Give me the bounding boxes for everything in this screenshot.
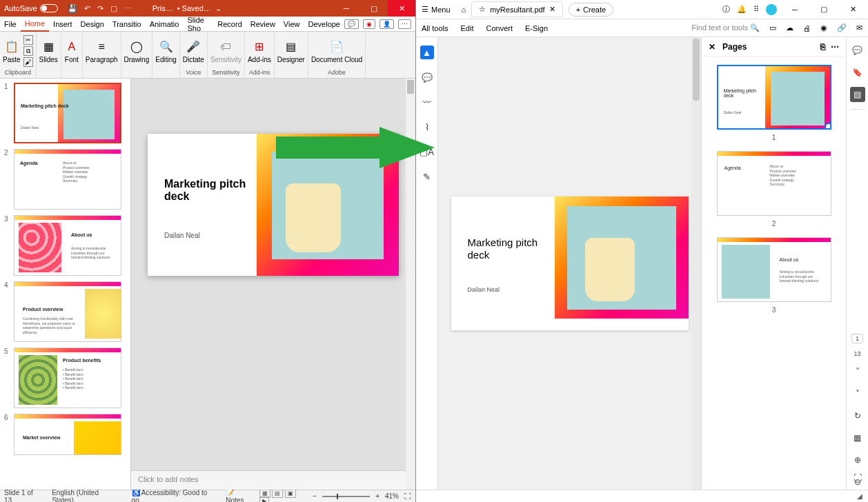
edit-tab[interactable]: Edit	[461, 24, 474, 32]
tab-review[interactable]: Review	[246, 17, 279, 31]
zoom-in-icon[interactable]: ⊕	[850, 452, 865, 468]
page-thumb-3[interactable]: About us Aiming to revolutionize industr…	[717, 237, 831, 302]
zoom-in-icon[interactable]: +	[375, 492, 379, 500]
thumb-slide-1[interactable]: 1 Marketing pitch deck Dailan Neal	[4, 83, 126, 143]
sign-tool[interactable]: ✎	[420, 170, 434, 183]
link-icon[interactable]: 🔗	[837, 23, 847, 32]
all-tools-tab[interactable]: All tools	[422, 24, 448, 32]
comments-icon[interactable]: 💬	[344, 19, 359, 29]
cut-icon[interactable]: ✂	[23, 35, 33, 45]
reading-view-icon[interactable]: ▣	[285, 489, 296, 498]
dictate-button[interactable]: 🎤Dictate	[183, 39, 204, 63]
addins-button[interactable]: ⊞Add-ins	[248, 39, 271, 63]
copy-icon[interactable]: ⧉	[23, 46, 33, 56]
thumb-slide-2[interactable]: 2 Agenda About us Product overview Marke…	[4, 149, 126, 210]
notes-pane[interactable]: Click to add notes	[131, 470, 415, 490]
esign-tab[interactable]: E-Sign	[525, 24, 548, 32]
close-button[interactable]: ✕	[842, 5, 864, 14]
font-button[interactable]: AFont	[64, 39, 79, 63]
tab-file[interactable]: File	[0, 17, 21, 31]
avatar[interactable]	[766, 4, 777, 15]
document-tab[interactable]: ☆ myResultant.pdf ✕	[471, 1, 562, 17]
print-icon[interactable]: 🖨	[803, 24, 811, 32]
more-options-icon[interactable]: ⋯	[398, 19, 411, 29]
designer-button[interactable]: ▤Designer	[277, 39, 305, 63]
tab-insert[interactable]: Insert	[49, 17, 77, 31]
tab-home[interactable]: Home	[21, 17, 49, 32]
zoom-level[interactable]: 41%	[385, 492, 399, 500]
close-button[interactable]: ✕	[388, 0, 415, 17]
slide-thumbnails[interactable]: 1 Marketing pitch deck Dailan Neal 2 Age…	[0, 79, 131, 490]
slide-indicator[interactable]: Slide 1 of 13	[4, 489, 42, 503]
pdf-view[interactable]: Marketing pitch deck Dailan Neal	[438, 37, 701, 490]
tab-developer[interactable]: Develope	[304, 17, 344, 31]
autosave-toggle[interactable]: AutoSave	[4, 4, 58, 12]
redo-icon[interactable]: ↷	[97, 4, 103, 13]
layout-icon[interactable]: ▦	[850, 430, 865, 445]
format-painter-icon[interactable]: 🖌	[23, 57, 33, 67]
fit-icon[interactable]: ⛶	[404, 492, 411, 500]
page-down-icon[interactable]: ˅	[850, 386, 865, 401]
new-page-icon[interactable]: ⎘	[820, 42, 825, 52]
zoom-slider[interactable]	[322, 496, 370, 497]
editing-button[interactable]: 🔍Editing	[155, 39, 177, 63]
maximize-button[interactable]: ▢	[360, 0, 388, 17]
fullscreen-icon[interactable]: ⛶	[850, 470, 865, 485]
menu-button[interactable]: ☰ Menu	[416, 5, 456, 14]
slides-button[interactable]: ▦Slides	[39, 39, 58, 63]
minimize-button[interactable]: ─	[784, 6, 806, 14]
toggle-off-icon[interactable]	[40, 4, 58, 12]
search-input[interactable]: Find text or tools 🔍	[692, 23, 760, 32]
comment-panel-icon[interactable]: 💬	[850, 43, 865, 58]
notes-toggle[interactable]: 📝 Notes	[226, 489, 253, 503]
panel-close-icon[interactable]: ✕	[709, 42, 716, 52]
tab-view[interactable]: View	[279, 17, 304, 31]
chevron-down-icon[interactable]: ⌄	[215, 4, 221, 13]
record-icon[interactable]: ◉	[363, 19, 375, 29]
share-icon[interactable]: 👤	[379, 19, 394, 29]
apps-icon[interactable]: ⠿	[753, 5, 759, 14]
minimize-button[interactable]: ─	[333, 0, 360, 17]
thumb-slide-4[interactable]: 4 Product overview Combining functionali…	[4, 281, 126, 342]
more-icon[interactable]: ⋯	[124, 4, 132, 13]
drawing-button[interactable]: ◯Drawing	[124, 39, 150, 63]
tab-record[interactable]: Record	[213, 17, 246, 31]
rotate-icon[interactable]: ↻	[850, 408, 865, 423]
highlight-tool[interactable]: 〰	[420, 95, 434, 109]
pdf-page-1[interactable]: Marketing pitch deck Dailan Neal	[451, 197, 689, 330]
thumb-slide-5[interactable]: 5 Product benefits • Benefit item • Bene…	[4, 348, 126, 408]
create-button[interactable]: + Create	[569, 3, 613, 17]
language-indicator[interactable]: English (United States)	[52, 489, 121, 503]
page-number-field[interactable]: 1	[851, 334, 863, 343]
sensitivity-button[interactable]: 🏷Sensitivity	[210, 39, 241, 63]
undo-icon[interactable]: ↶	[84, 4, 90, 13]
thumb-slide-6[interactable]: 6 Market overview	[4, 414, 126, 455]
paragraph-button[interactable]: ≡Paragraph	[86, 39, 118, 63]
tab-design[interactable]: Design	[77, 17, 108, 31]
help-icon[interactable]: ⓘ	[722, 4, 730, 14]
present-icon[interactable]: ▢	[110, 4, 117, 13]
tab-animations[interactable]: Animatio	[146, 17, 184, 31]
comment-tool[interactable]: 💬	[420, 70, 434, 84]
star-icon[interactable]: ☆	[479, 5, 486, 14]
bell-icon[interactable]: 🔔	[737, 5, 747, 14]
accessibility-indicator[interactable]: ♿ Accessibility: Good to go	[132, 489, 217, 503]
selection-icon[interactable]: ▭	[769, 23, 776, 32]
slideshow-view-icon[interactable]: ▶	[259, 496, 269, 503]
pdf-scrollbar[interactable]	[691, 37, 701, 490]
thumb-slide-3[interactable]: 3 About us Aiming to revolutionize indus…	[4, 215, 126, 276]
home-button[interactable]: ⌂	[456, 6, 472, 14]
tab-transitions[interactable]: Transitio	[108, 17, 146, 31]
pages-panel-icon[interactable]: ▤	[850, 87, 865, 102]
pages-list[interactable]: Marketing pitch deck Dailan Neal 1 Agend…	[702, 57, 846, 490]
ai-icon[interactable]: ◉	[820, 23, 827, 32]
page-thumb-1[interactable]: Marketing pitch deck Dailan Neal	[717, 65, 831, 130]
page-up-icon[interactable]: ˄	[850, 364, 865, 379]
resize-handle-icon[interactable]: ◢	[857, 492, 862, 500]
sorter-view-icon[interactable]: ▤	[272, 489, 283, 498]
adobe-cloud-button[interactable]: 📄Document Cloud	[311, 39, 362, 63]
select-tool[interactable]: ▲	[420, 46, 434, 59]
bookmark-panel-icon[interactable]: 🔖	[850, 65, 865, 80]
paste-button[interactable]: 📋 Paste	[3, 39, 21, 63]
page-thumb-2[interactable]: Agenda About us Product overview Market …	[717, 151, 831, 216]
